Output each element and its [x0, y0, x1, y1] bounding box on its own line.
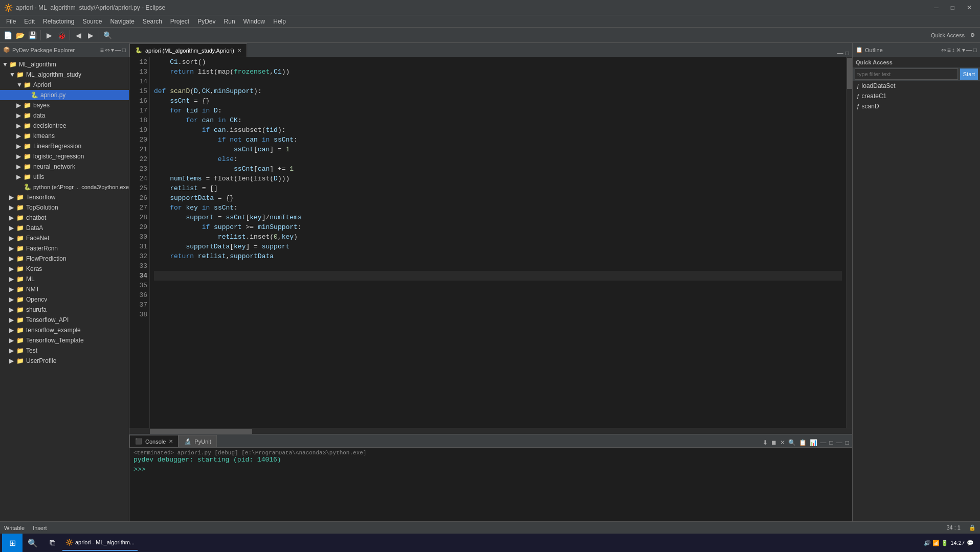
code-content[interactable]: C1.sort() return list(map(frozenset,C1))… [150, 57, 846, 428]
maximize-button[interactable]: □ [947, 4, 959, 11]
menu-help[interactable]: Help [269, 17, 290, 26]
tree-topsolution[interactable]: ▶ 📁 TopSolution [0, 202, 129, 213]
outline-sort-button[interactable]: ↕ [952, 47, 955, 54]
tree-nmt[interactable]: ▶ 📁 NMT [0, 284, 129, 294]
outline-collapse-button[interactable]: ≡ [947, 47, 951, 54]
menu-search[interactable]: Search [139, 17, 166, 26]
tree-dataa[interactable]: ▶ 📁 DataA [0, 223, 129, 233]
tree-userprofile[interactable]: ▶ 📁 UserProfile [0, 356, 129, 366]
tree-opencv[interactable]: ▶ 📁 Opencv [0, 294, 129, 305]
close-tab-button[interactable]: ✕ [237, 48, 241, 53]
tree-tensorflow[interactable]: ▶ 📁 Tensorflow [0, 192, 129, 202]
editor-scrollbar-thumb[interactable] [847, 58, 852, 89]
maximize-editor-button[interactable]: □ [845, 50, 849, 57]
outline-item-loaddataset[interactable]: ƒ loadDataSet [853, 81, 980, 91]
toolbar-prev[interactable]: ◀ [73, 30, 84, 41]
taskbar-task-view[interactable]: ⧉ [43, 534, 61, 552]
minimize-view-button[interactable]: — [115, 47, 121, 54]
taskbar-notification[interactable]: 💬 [967, 540, 974, 546]
console-btn-6[interactable]: 📊 [809, 438, 818, 447]
outline-sync-button[interactable]: ⇔ [941, 47, 946, 54]
tree-tensorflow-api[interactable]: ▶ 📁 Tensorflow_API [0, 315, 129, 325]
hscroll-thumb[interactable] [150, 429, 252, 434]
outline-view-menu-button[interactable]: ▾ [962, 47, 965, 54]
menu-file[interactable]: File [2, 17, 20, 26]
outline-minimize-button[interactable]: — [966, 47, 972, 54]
tree-facenet[interactable]: ▶ 📁 FaceNet [0, 233, 129, 243]
code-editor[interactable]: 12 13 14 15 16 17 18 19 20 21 22 23 24 2… [129, 57, 852, 428]
tree-ml-algorithm[interactable]: ▼ 📁 ML_algorithm [0, 59, 129, 70]
collapse-all-button[interactable]: ≡ [100, 47, 104, 54]
console-tab-close[interactable]: ✕ [169, 439, 173, 444]
outline-maximize-button[interactable]: □ [973, 47, 977, 54]
tree-kmeans[interactable]: ▶ 📁 kmeans [0, 131, 129, 141]
toolbar-run[interactable]: ▶ [43, 30, 55, 41]
menu-source[interactable]: Source [78, 17, 106, 26]
tree-tensorflow-example[interactable]: ▶ 📁 tensorflow_example [0, 325, 129, 335]
console-btn-2[interactable]: ⏹ [770, 438, 778, 447]
editor-tab-apriori[interactable]: 🐍 apriori (ML_algorithm_study.Apriori) ✕ [129, 43, 247, 57]
editor-hscrollbar[interactable] [129, 428, 852, 434]
tree-fasterrcnn[interactable]: ▶ 📁 FasterRcnn [0, 243, 129, 254]
tree-flowprediction[interactable]: ▶ 📁 FlowPrediction [0, 254, 129, 264]
tree-tensorflow-template[interactable]: ▶ 📁 Tensorflow_Template [0, 335, 129, 346]
console-tab-console[interactable]: ⬛ Console ✕ [129, 435, 179, 447]
outline-item-scand[interactable]: ƒ scanD [853, 101, 980, 111]
tree-python[interactable]: 🐍 python (e:\Progr ... conda3\python.exe… [0, 182, 129, 192]
console-minimize[interactable]: — [835, 438, 843, 447]
taskbar-search-btn[interactable]: 🔍 [24, 534, 42, 552]
link-with-editor-button[interactable]: ⇔ [105, 47, 110, 54]
tree-decisiontree[interactable]: ▶ 📁 decisiontree [0, 121, 129, 131]
tree-ml-algorithm-study[interactable]: ▼ 📁 ML_algorithm_study [0, 70, 129, 80]
console-btn-3[interactable]: ✕ [779, 438, 786, 447]
console-btn-5[interactable]: 📋 [798, 438, 808, 447]
outline-item-createc1[interactable]: ƒ createC1 [853, 91, 980, 101]
toolbar-new[interactable]: 📄 [2, 30, 13, 41]
tree-logistic-regression[interactable]: ▶ 📁 logistic_regression [0, 151, 129, 162]
menu-navigate[interactable]: Navigate [106, 17, 138, 26]
tree-data[interactable]: ▶ 📁 data [0, 110, 129, 121]
minimize-button[interactable]: ─ [930, 4, 943, 11]
console-btn-4[interactable]: 🔍 [787, 438, 797, 447]
outline-filter-input[interactable] [855, 68, 958, 80]
menu-project[interactable]: Project [166, 17, 193, 26]
toolbar-save[interactable]: 💾 [27, 30, 38, 41]
tree-test[interactable]: ▶ 📁 Test [0, 346, 129, 356]
console-btn-7[interactable]: — [819, 438, 828, 447]
console-tab-pyunit[interactable]: 🔬 PyUnit [179, 435, 216, 447]
tree-shurufa[interactable]: ▶ 📁 shurufa [0, 305, 129, 315]
toolbar-perspective[interactable]: ⚙ [967, 30, 978, 41]
close-button[interactable]: ✕ [963, 4, 976, 11]
folder-icon: 📁 [24, 81, 32, 88]
view-menu-button[interactable]: ▾ [111, 47, 114, 54]
menu-run[interactable]: Run [220, 17, 239, 26]
tree-apriori[interactable]: ▼ 📁 Apriori [0, 80, 129, 90]
menu-pydev[interactable]: PyDev [193, 17, 219, 26]
menu-refactoring[interactable]: Refactoring [39, 17, 78, 26]
tree-bayes[interactable]: ▶ 📁 bayes [0, 100, 129, 110]
minimize-editor-button[interactable]: — [837, 50, 843, 57]
menu-window[interactable]: Window [239, 17, 270, 26]
tree-chatbot[interactable]: ▶ 📁 chatbot [0, 213, 129, 223]
tree-utils[interactable]: ▶ 📁 utils [0, 172, 129, 182]
outline-start-button[interactable]: Start [960, 68, 978, 80]
console-btn-1[interactable]: ⬇ [762, 438, 769, 447]
console-maximize[interactable]: □ [844, 438, 850, 447]
toolbar-next[interactable]: ▶ [85, 30, 96, 41]
outline-hide-button[interactable]: ✕ [956, 47, 961, 54]
tree-neural-network[interactable]: ▶ 📁 neural_network [0, 162, 129, 172]
toolbar-debug[interactable]: 🐞 [56, 30, 67, 41]
tree-ml[interactable]: ▶ 📁 ML [0, 274, 129, 284]
editor-scrollbar[interactable] [846, 57, 852, 428]
toolbar-open[interactable]: 📂 [14, 30, 26, 41]
tree-keras[interactable]: ▶ 📁 Keras [0, 264, 129, 274]
maximize-view-button[interactable]: □ [122, 47, 126, 54]
hscroll-track[interactable] [150, 428, 852, 434]
tree-apriori-py[interactable]: 🐍 apriori.py [0, 90, 129, 100]
menu-edit[interactable]: Edit [20, 17, 39, 26]
console-btn-8[interactable]: □ [829, 438, 834, 447]
taskbar-eclipse-app[interactable]: 🔆 apriori - ML_algorithm... [62, 535, 138, 551]
taskbar-start-button[interactable]: ⊞ [2, 534, 23, 552]
toolbar-search[interactable]: 🔍 [102, 30, 113, 41]
tree-linearregression[interactable]: ▶ 📁 LinearRegression [0, 141, 129, 151]
